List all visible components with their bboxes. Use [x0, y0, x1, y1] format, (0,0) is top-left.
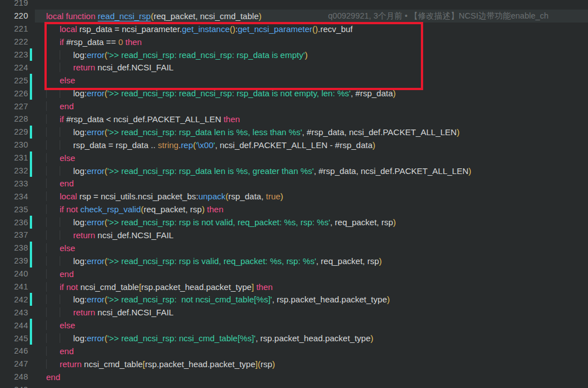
- code-line[interactable]: 222if #rsp_data == 0 then: [0, 35, 588, 48]
- indent-guide: [60, 166, 73, 176]
- line-number[interactable]: 243: [0, 306, 28, 319]
- line-number[interactable]: 230: [0, 139, 28, 151]
- code-text: local rsp = ncsi_utils.ncsi_packet_bs:un…: [46, 191, 283, 201]
- indent-guide: [60, 88, 73, 98]
- modified-line-indicator: [30, 332, 32, 345]
- indent-guide: [60, 217, 73, 227]
- code-text: if #rsp_data == 0 then: [46, 37, 142, 47]
- line-number[interactable]: 238: [0, 242, 28, 255]
- code-line[interactable]: 248end: [0, 371, 588, 383]
- line-number[interactable]: 232: [0, 164, 28, 177]
- code-text: rsp_data = rsp_data .. string.rep('\x00'…: [46, 140, 375, 150]
- code-line[interactable]: 243return ncsi_def.NCSI_FAIL: [0, 306, 588, 319]
- indent-guide: [46, 179, 60, 188]
- code-line[interactable]: 235if not check_rsp_valid(req_packet, rs…: [0, 203, 588, 216]
- line-number[interactable]: 220: [0, 10, 28, 23]
- code-line[interactable]: 230rsp_data = rsp_data .. string.rep('\x…: [0, 139, 588, 151]
- line-number[interactable]: 233: [0, 177, 28, 190]
- line-number[interactable]: 229: [0, 126, 28, 139]
- line-number[interactable]: 222: [0, 35, 28, 48]
- indent-guide: [46, 63, 60, 72]
- code-line[interactable]: 232log:error('>> read_ncsi_rsp: rsp_data…: [0, 164, 588, 177]
- code-line[interactable]: 239log:error('>> read_ncsi_rsp: rsp is v…: [0, 255, 588, 267]
- code-line[interactable]: 241if not ncsi_cmd_table[rsp.packet_head…: [0, 280, 588, 293]
- indent-guide: [46, 140, 60, 150]
- line-number[interactable]: 221: [0, 23, 28, 35]
- code-line[interactable]: 245log:error('>> read_ncsi_rsp: ncsi_cmd…: [0, 332, 588, 345]
- line-number[interactable]: 219: [0, 0, 28, 10]
- code-line[interactable]: 237return ncsi_def.NCSI_FAIL: [0, 229, 588, 242]
- code-line[interactable]: 246end: [0, 345, 588, 358]
- line-number[interactable]: 249: [0, 383, 28, 388]
- indent-guide: [46, 230, 60, 240]
- code-line[interactable]: 223log:error('>> read_ncsi_rsp: read_ncs…: [0, 48, 588, 61]
- code-line[interactable]: 224return ncsi_def.NCSI_FAIL: [0, 61, 588, 74]
- indent-guide: [46, 307, 60, 317]
- code-line[interactable]: 233end: [0, 177, 588, 190]
- line-number[interactable]: 246: [0, 345, 28, 358]
- code-line[interactable]: 234local rsp = ncsi_utils.ncsi_packet_bs…: [0, 190, 588, 203]
- code-line[interactable]: 238else: [0, 242, 588, 255]
- code-line[interactable]: 228if #rsp_data < ncsi_def.PACKET_ALL_LE…: [0, 113, 588, 126]
- indent-guide: [46, 101, 60, 111]
- indent-guide: [60, 333, 73, 343]
- indent-guide: [46, 88, 60, 98]
- code-line[interactable]: 221local rsp_data = ncsi_parameter.get_i…: [0, 23, 588, 35]
- code-text: return ncsi_def.NCSI_FAIL: [46, 230, 173, 240]
- code-line[interactable]: 226log:error('>> read_ncsi_rsp: read_ncs…: [0, 87, 588, 100]
- line-number[interactable]: 223: [0, 48, 28, 61]
- indent-guide: [46, 346, 60, 356]
- indent-guide: [46, 75, 60, 85]
- indent-guide: [46, 24, 60, 34]
- code-text: end: [46, 346, 74, 356]
- line-number[interactable]: 239: [0, 255, 28, 267]
- code-line[interactable]: 220local function read_ncsi_rsp(req_pack…: [0, 10, 588, 23]
- line-number[interactable]: 231: [0, 151, 28, 164]
- code-line[interactable]: 227end: [0, 100, 588, 113]
- code-line[interactable]: 219: [0, 0, 588, 10]
- code-text: end: [46, 269, 74, 279]
- modified-line-indicator: [30, 216, 32, 229]
- indent-guide: [46, 282, 60, 292]
- code-line[interactable]: 242log:error('>> read_ncsi_rsp: not ncsi…: [0, 293, 588, 306]
- code-text: else: [46, 153, 75, 163]
- line-number[interactable]: 236: [0, 216, 28, 229]
- line-number[interactable]: 224: [0, 61, 28, 74]
- modified-line-indicator: [30, 87, 32, 100]
- code-text: end: [46, 179, 74, 188]
- code-text: if not ncsi_cmd_table[rsp.packet_head.pa…: [46, 282, 273, 292]
- line-number[interactable]: 234: [0, 190, 28, 203]
- code-text: if not check_rsp_valid(req_packet, rsp) …: [46, 204, 223, 214]
- code-line[interactable]: 229log:error('>> read_ncsi_rsp: rsp_data…: [0, 126, 588, 139]
- line-number[interactable]: 247: [0, 358, 28, 371]
- code-text: if #rsp_data < ncsi_def.PACKET_ALL_LEN t…: [46, 114, 240, 124]
- indent-guide: [60, 140, 73, 150]
- line-number[interactable]: 225: [0, 74, 28, 87]
- code-line[interactable]: 240end: [0, 267, 588, 280]
- line-number[interactable]: 241: [0, 280, 28, 293]
- indent-guide: [60, 50, 73, 60]
- line-number[interactable]: 237: [0, 229, 28, 242]
- code-text: end: [46, 372, 60, 382]
- indent-guide: [46, 243, 60, 253]
- line-number[interactable]: 244: [0, 319, 28, 332]
- line-number[interactable]: 240: [0, 267, 28, 280]
- line-number[interactable]: 245: [0, 332, 28, 345]
- line-number[interactable]: 248: [0, 371, 28, 383]
- indent-guide: [46, 204, 60, 214]
- modified-line-indicator: [30, 242, 32, 255]
- line-number[interactable]: 242: [0, 293, 28, 306]
- code-line[interactable]: 231else: [0, 151, 588, 164]
- line-number[interactable]: 227: [0, 100, 28, 113]
- indent-guide: [46, 256, 60, 266]
- code-line[interactable]: 247return ncsi_cmd_table[rsp.packet_head…: [0, 358, 588, 371]
- code-line[interactable]: 236log:error('>> read_ncsi_rsp: rsp is n…: [0, 216, 588, 229]
- line-number[interactable]: 235: [0, 203, 28, 216]
- code-line[interactable]: 225else: [0, 74, 588, 87]
- indent-guide: [46, 359, 60, 369]
- code-line[interactable]: 249: [0, 383, 588, 388]
- line-number[interactable]: 226: [0, 87, 28, 100]
- code-line[interactable]: 244else: [0, 319, 588, 332]
- line-number[interactable]: 228: [0, 113, 28, 126]
- code-text: log:error('>> read_ncsi_rsp: read_ncsi_r…: [46, 50, 308, 60]
